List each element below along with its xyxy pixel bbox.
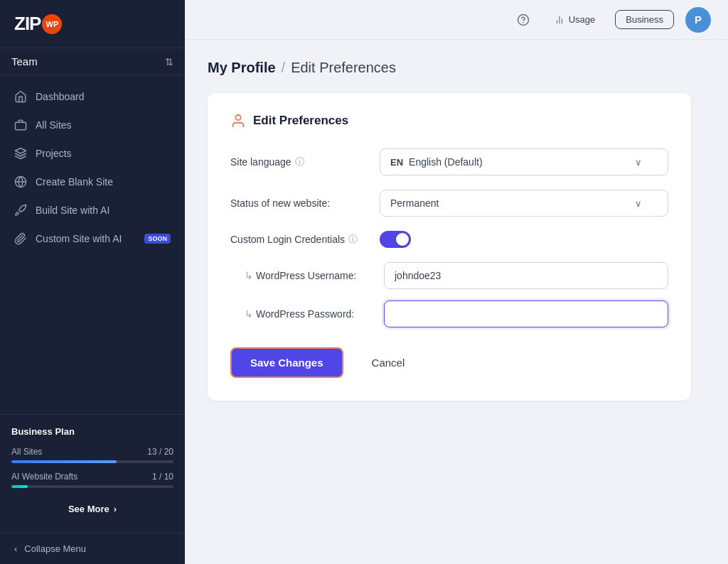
sidebar-item-all-sites[interactable]: All Sites <box>0 111 185 139</box>
status-value: Permanent <box>390 197 439 209</box>
rocket-icon <box>14 204 27 217</box>
help-icon[interactable] <box>512 9 535 31</box>
custom-login-toggle[interactable] <box>380 231 411 248</box>
status-control: Permanent ∨ <box>380 190 668 217</box>
ai-drafts-value: 1 / 10 <box>152 472 173 482</box>
collapse-menu-label: Collapse Menu <box>24 543 86 554</box>
cube-icon <box>14 232 27 245</box>
sidebar: ZIP WP Team ⇅ Dashboard <box>0 0 185 564</box>
status-row: Status of new website: Permanent ∨ <box>230 190 668 217</box>
all-sites-stat: All Sites 13 / 20 <box>11 447 173 457</box>
all-sites-progress-bar <box>11 460 173 463</box>
business-button[interactable]: Business <box>615 10 674 29</box>
save-button[interactable]: Save Changes <box>230 347 343 378</box>
sidebar-logo: ZIP WP <box>0 0 185 48</box>
see-more-button[interactable]: See More › <box>11 497 173 521</box>
wordpress-password-label: WordPress Password: <box>256 308 384 320</box>
edit-preferences-card: Edit Preferences Site language ⓘ EN Engl… <box>208 93 691 401</box>
card-title: Edit Preferences <box>253 114 348 128</box>
wordpress-icon <box>14 175 27 188</box>
plan-title: Business Plan <box>11 426 173 437</box>
sidebar-nav: Dashboard All Sites Projects <box>0 75 185 414</box>
sidebar-item-create-blank-label: Create Blank Site <box>36 176 113 188</box>
briefcase-icon <box>14 119 27 131</box>
sidebar-item-custom-ai[interactable]: Custom Site with AI Soon <box>0 224 185 253</box>
logo-wp-badge: WP <box>42 14 62 34</box>
breadcrumb: My Profile / Edit Preferences <box>208 60 705 76</box>
username-indent-icon: ↳ <box>245 270 253 281</box>
ai-drafts-stat: AI Website Drafts 1 / 10 <box>11 472 173 482</box>
ai-drafts-label: AI Website Drafts <box>11 472 77 482</box>
wordpress-password-input[interactable] <box>384 300 668 327</box>
svg-rect-0 <box>16 122 26 130</box>
custom-login-toggle-wrapper <box>380 231 668 248</box>
sidebar-item-dashboard[interactable]: Dashboard <box>0 82 185 111</box>
collapse-chevron-icon: ‹ <box>14 543 17 554</box>
page-content-area: My Profile / Edit Preferences Edit Prefe… <box>185 40 728 564</box>
language-chevron-icon: ∨ <box>635 157 642 168</box>
cancel-button[interactable]: Cancel <box>353 349 424 376</box>
all-sites-value: 13 / 20 <box>147 447 173 457</box>
see-more-label: See More <box>68 504 109 514</box>
form-actions: Save Changes Cancel <box>230 347 668 378</box>
topbar: Usage Business P <box>185 0 728 40</box>
sidebar-item-create-blank[interactable]: Create Blank Site <box>0 168 185 196</box>
custom-login-info-icon[interactable]: ⓘ <box>348 233 358 246</box>
wordpress-username-row: ↳ WordPress Username: <box>230 262 668 289</box>
all-sites-label: All Sites <box>11 447 42 457</box>
status-select[interactable]: Permanent ∨ <box>380 190 668 217</box>
breadcrumb-separator: / <box>282 60 286 76</box>
chart-icon <box>555 15 564 25</box>
soon-badge: Soon <box>144 234 171 244</box>
site-language-control: EN English (Default) ∨ <box>380 148 668 175</box>
card-header: Edit Preferences <box>230 113 668 129</box>
sidebar-item-build-ai-label: Build Site with AI <box>36 205 109 216</box>
password-indent-icon: ↳ <box>245 308 253 320</box>
sidebar-item-custom-ai-label: Custom Site with AI <box>36 233 122 244</box>
logo-text: ZIP <box>14 13 41 35</box>
team-chevron-icon: ⇅ <box>165 56 173 67</box>
layers-icon <box>14 147 27 160</box>
sidebar-plan: Business Plan All Sites 13 / 20 AI Websi… <box>0 414 185 533</box>
svg-point-8 <box>235 115 240 120</box>
wordpress-username-label: WordPress Username: <box>256 270 384 281</box>
site-language-label: Site language ⓘ <box>230 156 380 168</box>
wordpress-password-row: ↳ WordPress Password: <box>230 300 668 327</box>
main-content: Usage Business P My Profile / Edit Prefe… <box>185 0 728 564</box>
sidebar-item-projects-label: Projects <box>36 148 72 159</box>
ai-drafts-progress-fill <box>11 485 28 488</box>
status-chevron-icon: ∨ <box>635 198 642 209</box>
usage-button[interactable]: Usage <box>546 10 604 29</box>
wordpress-username-input[interactable] <box>384 262 668 289</box>
status-label: Status of new website: <box>230 197 380 209</box>
team-name: Team <box>11 55 38 67</box>
collapse-menu-button[interactable]: ‹ Collapse Menu <box>0 533 185 564</box>
home-icon <box>14 90 27 103</box>
site-language-select[interactable]: EN English (Default) ∨ <box>380 148 668 175</box>
site-language-row: Site language ⓘ EN English (Default) ∨ <box>230 148 668 175</box>
usage-label: Usage <box>569 14 596 25</box>
all-sites-progress-fill <box>11 460 117 463</box>
ai-drafts-progress-bar <box>11 485 173 488</box>
breadcrumb-sub: Edit Preferences <box>291 60 396 76</box>
see-more-chevron-icon: › <box>114 504 117 514</box>
avatar[interactable]: P <box>685 7 711 33</box>
svg-marker-1 <box>16 148 26 154</box>
custom-login-row: Custom Login Credentials ⓘ <box>230 231 668 248</box>
en-tag: EN <box>390 157 403 168</box>
wordpress-password-control <box>384 300 668 327</box>
sidebar-item-dashboard-label: Dashboard <box>36 91 85 102</box>
breadcrumb-main: My Profile <box>208 60 276 76</box>
custom-login-label: Custom Login Credentials ⓘ <box>230 233 380 246</box>
language-value: English (Default) <box>409 156 483 168</box>
sidebar-item-all-sites-label: All Sites <box>36 119 72 131</box>
sidebar-item-build-ai[interactable]: Build Site with AI <box>0 196 185 224</box>
team-selector[interactable]: Team ⇅ <box>0 48 185 75</box>
preferences-icon <box>230 113 246 129</box>
wordpress-username-control <box>384 262 668 289</box>
sidebar-item-projects[interactable]: Projects <box>0 139 185 168</box>
site-language-info-icon[interactable]: ⓘ <box>295 156 304 168</box>
